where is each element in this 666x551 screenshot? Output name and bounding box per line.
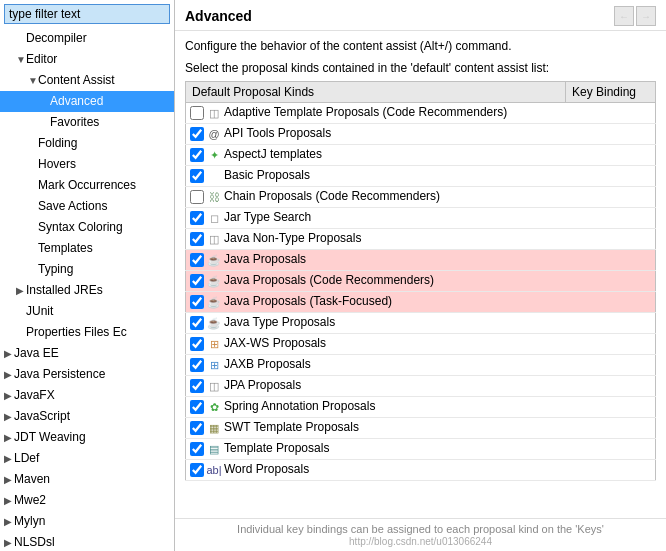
- proposal-label-jar: Jar Type Search: [224, 210, 311, 224]
- expand-icon-ldef: ▶: [4, 450, 14, 468]
- checkbox-jar[interactable]: [190, 211, 204, 225]
- checkbox-spring[interactable]: [190, 400, 204, 414]
- proposal-label-java-type: Java Type Proposals: [224, 315, 335, 329]
- table-row[interactable]: ✿Spring Annotation Proposals: [186, 397, 656, 418]
- table-row[interactable]: ◫Adaptive Template Proposals (Code Recom…: [186, 103, 656, 124]
- checkbox-notype[interactable]: [190, 232, 204, 246]
- proposal-cell-jax-ws: ⊞JAX-WS Proposals: [186, 334, 566, 355]
- sidebar-item-javafx[interactable]: ▶JavaFX: [0, 385, 174, 406]
- table-row[interactable]: @API Tools Proposals: [186, 124, 656, 145]
- table-row[interactable]: ▦SWT Template Proposals: [186, 418, 656, 439]
- sidebar-item-advanced[interactable]: Advanced: [0, 91, 174, 112]
- sidebar-item-mark-occurrences[interactable]: Mark Occurrences: [0, 175, 174, 196]
- checkbox-java-type[interactable]: [190, 316, 204, 330]
- table-row[interactable]: ◻Jar Type Search: [186, 208, 656, 229]
- table-row[interactable]: ⊞JAXB Proposals: [186, 355, 656, 376]
- checkbox-jpa[interactable]: [190, 379, 204, 393]
- checkbox-java-cr[interactable]: [190, 274, 204, 288]
- proposal-icon-chain: ⛓: [206, 189, 222, 205]
- proposals-table: Default Proposal Kinds Key Binding ◫Adap…: [185, 81, 656, 481]
- sidebar-item-syntax-coloring[interactable]: Syntax Coloring: [0, 217, 174, 238]
- nav-arrows: ← →: [614, 6, 656, 26]
- sidebar-item-label-templates: Templates: [38, 241, 93, 255]
- sidebar-item-java-persistence[interactable]: ▶Java Persistence: [0, 364, 174, 385]
- sidebar-item-label-mylyn: Mylyn: [14, 514, 45, 528]
- table-row[interactable]: ☕Java Proposals (Task-Focused): [186, 292, 656, 313]
- content-body: Configure the behavior of the content as…: [175, 31, 666, 518]
- checkbox-api-tools[interactable]: [190, 127, 204, 141]
- back-button[interactable]: ←: [614, 6, 634, 26]
- sidebar-item-nlsdsl[interactable]: ▶NLSDsl: [0, 532, 174, 551]
- checkbox-java[interactable]: [190, 253, 204, 267]
- proposal-icon-jar: ◻: [206, 210, 222, 226]
- proposal-label-notype: Java Non-Type Proposals: [224, 231, 361, 245]
- sidebar-item-save-actions[interactable]: Save Actions: [0, 196, 174, 217]
- proposal-icon-adaptive: ◫: [206, 105, 222, 121]
- table-row[interactable]: ▤Template Proposals: [186, 439, 656, 460]
- sidebar-item-label-installed-jres: Installed JREs: [26, 283, 103, 297]
- table-row[interactable]: ☕Java Proposals: [186, 250, 656, 271]
- table-row[interactable]: ◫Java Non-Type Proposals: [186, 229, 656, 250]
- keybinding-java-cr: [566, 271, 656, 292]
- sidebar-item-javascript[interactable]: ▶JavaScript: [0, 406, 174, 427]
- checkbox-jaxb[interactable]: [190, 358, 204, 372]
- expand-icon-nlsdsl: ▶: [4, 534, 14, 551]
- expand-icon-templates: [28, 240, 38, 258]
- sidebar-item-mwe2[interactable]: ▶Mwe2: [0, 490, 174, 511]
- table-row[interactable]: ab|Word Proposals: [186, 460, 656, 481]
- sidebar-item-decompiler[interactable]: Decompiler: [0, 28, 174, 49]
- description-text: Configure the behavior of the content as…: [185, 39, 656, 53]
- expand-icon-content-assist: ▼: [28, 72, 38, 90]
- proposal-cell-notype: ◫Java Non-Type Proposals: [186, 229, 566, 250]
- forward-button[interactable]: →: [636, 6, 656, 26]
- filter-input[interactable]: [4, 4, 170, 24]
- sidebar-item-content-assist[interactable]: ▼Content Assist: [0, 70, 174, 91]
- sidebar-item-installed-jres[interactable]: ▶Installed JREs: [0, 280, 174, 301]
- footer-text: Individual key bindings can be assigned …: [175, 518, 666, 551]
- sidebar-item-maven[interactable]: ▶Maven: [0, 469, 174, 490]
- keybinding-spring: [566, 397, 656, 418]
- checkbox-java-tf[interactable]: [190, 295, 204, 309]
- sidebar-item-java-ee[interactable]: ▶Java EE: [0, 343, 174, 364]
- checkbox-jax-ws[interactable]: [190, 337, 204, 351]
- sidebar-item-favorites[interactable]: Favorites: [0, 112, 174, 133]
- proposal-cell-java: ☕Java Proposals: [186, 250, 566, 271]
- keybinding-java: [566, 250, 656, 271]
- sidebar-item-folding[interactable]: Folding: [0, 133, 174, 154]
- sidebar-item-mylyn[interactable]: ▶Mylyn: [0, 511, 174, 532]
- checkbox-basic[interactable]: [190, 169, 204, 183]
- table-row[interactable]: ⛓Chain Proposals (Code Recommenders): [186, 187, 656, 208]
- keybinding-jax-ws: [566, 334, 656, 355]
- sidebar-item-label-decompiler: Decompiler: [26, 31, 87, 45]
- table-row[interactable]: ◫JPA Proposals: [186, 376, 656, 397]
- table-row[interactable]: ⊞JAX-WS Proposals: [186, 334, 656, 355]
- proposal-icon-basic: [206, 168, 222, 184]
- sidebar-item-typing[interactable]: Typing: [0, 259, 174, 280]
- proposal-icon-template: ▤: [206, 441, 222, 457]
- checkbox-template[interactable]: [190, 442, 204, 456]
- checkbox-swt[interactable]: [190, 421, 204, 435]
- sidebar-item-properties-files[interactable]: Properties Files Ec: [0, 322, 174, 343]
- table-row[interactable]: Basic Proposals: [186, 166, 656, 187]
- sidebar-item-jdt-weaving[interactable]: ▶JDT Weaving: [0, 427, 174, 448]
- sidebar-item-junit[interactable]: JUnit: [0, 301, 174, 322]
- table-row[interactable]: ☕Java Proposals (Code Recommenders): [186, 271, 656, 292]
- sidebar-item-label-ldef: LDef: [14, 451, 39, 465]
- sidebar-item-templates[interactable]: Templates: [0, 238, 174, 259]
- checkbox-chain[interactable]: [190, 190, 204, 204]
- sidebar-item-ldef[interactable]: ▶LDef: [0, 448, 174, 469]
- expand-icon-mylyn: ▶: [4, 513, 14, 531]
- sidebar-item-label-jdt-weaving: JDT Weaving: [14, 430, 86, 444]
- proposal-label-aspectj: AspectJ templates: [224, 147, 322, 161]
- table-row[interactable]: ☕Java Type Proposals: [186, 313, 656, 334]
- sidebar-item-label-favorites: Favorites: [50, 115, 99, 129]
- checkbox-adaptive[interactable]: [190, 106, 204, 120]
- checkbox-aspectj[interactable]: [190, 148, 204, 162]
- sidebar-item-editor[interactable]: ▼Editor: [0, 49, 174, 70]
- tree-container: Decompiler▼Editor▼Content Assist Advance…: [0, 28, 174, 551]
- sidebar-item-hovers[interactable]: Hovers: [0, 154, 174, 175]
- checkbox-word[interactable]: [190, 463, 204, 477]
- table-row[interactable]: ✦AspectJ templates: [186, 145, 656, 166]
- keybinding-java-tf: [566, 292, 656, 313]
- keybinding-jaxb: [566, 355, 656, 376]
